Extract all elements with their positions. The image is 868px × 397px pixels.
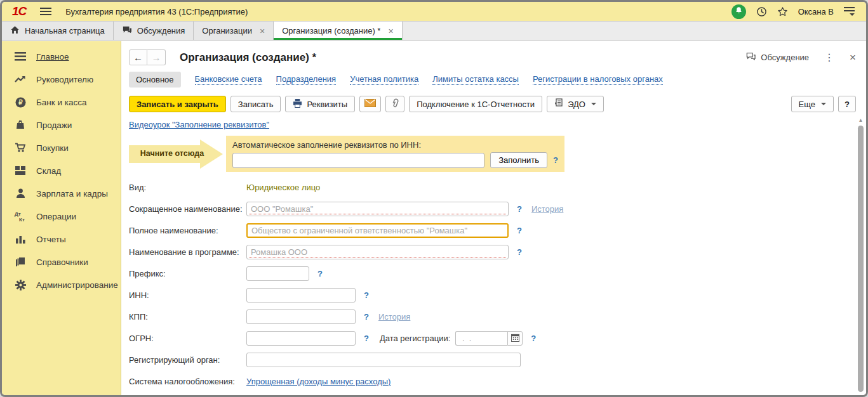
edo-dropdown-button[interactable]: ЭДО: [547, 96, 604, 112]
menu-lines-icon: [13, 52, 28, 61]
sidebar-item-administration[interactable]: Администрирование: [2, 273, 121, 296]
window-tabbar: Начальная страница Обсуждения Организаци…: [2, 21, 866, 41]
sidebar-item-warehouse[interactable]: Склад: [2, 159, 121, 182]
sidebar-item-bank-cash[interactable]: ₽ Банк и касса: [2, 91, 121, 114]
books-icon: [13, 257, 28, 267]
full-name-input[interactable]: [246, 223, 509, 238]
gear-icon: [13, 280, 28, 290]
prefix-input[interactable]: [246, 266, 309, 281]
back-arrow-button[interactable]: ←: [129, 49, 147, 65]
tab-organizations[interactable]: Организации ×: [194, 22, 274, 40]
help-question-icon[interactable]: ?: [317, 269, 323, 278]
tax-system-label: Система налогообложения:: [129, 377, 246, 386]
tab-home[interactable]: Начальная страница: [2, 22, 114, 40]
1c-logo: 1С: [12, 4, 26, 18]
sidebar-item-directories[interactable]: Справочники: [2, 251, 121, 273]
favorites-star-icon[interactable]: [777, 6, 788, 17]
help-question-icon[interactable]: ?: [364, 312, 369, 322]
kpp-history-link[interactable]: История: [378, 312, 410, 322]
scroll-up-icon[interactable]: ▲: [858, 117, 864, 124]
field-row-reg-organ: Регистрирующий орган:: [129, 353, 866, 367]
ogrn-input[interactable]: [246, 331, 356, 346]
main-menu-icon[interactable]: [40, 8, 51, 15]
inn-autofill-input[interactable]: [232, 153, 484, 168]
more-options-icon[interactable]: ⋮: [824, 51, 834, 63]
bell-icon: [735, 6, 743, 17]
history-icon[interactable]: [756, 6, 767, 17]
sidebar-item-purchases[interactable]: Покупки: [2, 136, 121, 159]
paperclip-icon: [391, 98, 399, 110]
inn-autofill-label: Автоматическое заполнение реквизитов по …: [232, 140, 558, 150]
field-row-program-name: Наименование в программе: ?: [129, 245, 866, 259]
form-toolbar: Записать и закрыть Записать Реквизиты: [129, 96, 866, 112]
attachment-button[interactable]: [385, 96, 404, 112]
vertical-scrollbar[interactable]: ▲: [857, 117, 864, 392]
short-name-history-link[interactable]: История: [531, 204, 563, 214]
field-row-ogrn: ОГРН: ? Дата регистрации: ?: [129, 331, 866, 346]
navtab-main[interactable]: Основное: [129, 72, 181, 88]
navtab-tax-registrations[interactable]: Регистрации в налоговых органах: [533, 74, 663, 85]
help-question-icon[interactable]: ?: [553, 155, 558, 165]
help-question-icon[interactable]: ?: [517, 226, 522, 235]
navtab-departments[interactable]: Подразделения: [276, 74, 337, 85]
sidebar-item-label: Покупки: [36, 143, 69, 153]
sidebar-item-reports[interactable]: Отчеты: [2, 228, 121, 251]
sidebar-item-operations[interactable]: ДтКт Операции: [2, 205, 121, 228]
sidebar: Главное Руководителю ₽ Банк и касса Прод…: [2, 41, 121, 395]
notifications-button[interactable]: [731, 4, 746, 19]
navtab-accounting-policy[interactable]: Учетная политика: [350, 74, 418, 85]
tab-close-icon[interactable]: ×: [388, 26, 393, 36]
person-icon: [13, 188, 28, 198]
help-question-icon[interactable]: ?: [364, 290, 369, 300]
tab-close-icon[interactable]: ×: [260, 26, 265, 36]
tab-organization-create[interactable]: Организация (создание) * ×: [274, 22, 402, 40]
home-icon: [10, 25, 20, 36]
reg-date-input[interactable]: [455, 331, 507, 346]
scrollbar-thumb[interactable]: [858, 126, 864, 392]
page-title: Организация (создание) *: [180, 51, 316, 64]
requisites-button[interactable]: Реквизиты: [285, 96, 355, 112]
debit-credit-icon: ДтКт: [13, 211, 28, 222]
forward-arrow-button[interactable]: →: [147, 49, 166, 65]
sidebar-item-payroll-hr[interactable]: Зарплата и кадры: [2, 182, 121, 205]
field-row-tax-system: Система налогообложения: Упрощенная (дох…: [129, 374, 866, 389]
more-button[interactable]: Еще: [791, 96, 834, 112]
video-tutorial-link[interactable]: Видеоурок "Заполнение реквизитов": [129, 120, 269, 129]
help-question-icon[interactable]: ?: [517, 204, 522, 214]
calendar-icon: [511, 333, 519, 344]
calendar-button[interactable]: [507, 331, 523, 346]
main-area: Главное Руководителю ₽ Банк и касса Прод…: [2, 41, 866, 395]
help-question-icon[interactable]: ?: [364, 334, 369, 343]
help-button[interactable]: ?: [838, 96, 856, 112]
user-menu[interactable]: Оксана В: [798, 7, 834, 16]
help-question-icon[interactable]: ?: [517, 247, 522, 257]
sidebar-item-label: Администрирование: [36, 280, 118, 290]
field-row-inn: ИНН: ?: [129, 288, 866, 303]
kind-value: Юридическое лицо: [246, 183, 320, 192]
fill-button[interactable]: Заполнить: [490, 152, 547, 168]
settings-menu-icon[interactable]: [844, 7, 855, 16]
start-here-label: Начните отсюда: [135, 149, 209, 158]
navtab-bank-accounts[interactable]: Банковские счета: [195, 74, 262, 85]
tax-system-link[interactable]: Упрощенная (доходы минус расходы): [246, 377, 391, 386]
tab-discussions[interactable]: Обсуждения: [114, 22, 194, 40]
save-button[interactable]: Записать: [230, 96, 281, 112]
sidebar-item-manager[interactable]: Руководителю: [2, 68, 121, 91]
inn-input[interactable]: [246, 288, 356, 303]
program-name-label: Наименование в программе:: [129, 247, 246, 257]
sidebar-item-label: Отчеты: [36, 235, 66, 244]
connect-1c-reporting-button[interactable]: Подключение к 1С-Отчетности: [409, 96, 542, 112]
close-form-icon[interactable]: ×: [850, 51, 856, 64]
help-question-icon[interactable]: ?: [531, 334, 536, 343]
kpp-input[interactable]: [246, 309, 356, 324]
reg-organ-input[interactable]: [246, 353, 521, 367]
program-name-input[interactable]: [246, 245, 509, 259]
navtab-cash-limits[interactable]: Лимиты остатка кассы: [432, 74, 519, 85]
sidebar-item-sales[interactable]: Продажи: [2, 114, 121, 136]
discussion-button[interactable]: Обсуждение: [745, 52, 809, 63]
email-button[interactable]: [359, 96, 381, 112]
inn-banner-row: Начните отсюда Автоматическое заполнение…: [129, 136, 866, 172]
short-name-input[interactable]: [246, 202, 509, 216]
sidebar-item-main[interactable]: Главное: [2, 45, 121, 68]
save-and-close-button[interactable]: Записать и закрыть: [129, 96, 226, 112]
